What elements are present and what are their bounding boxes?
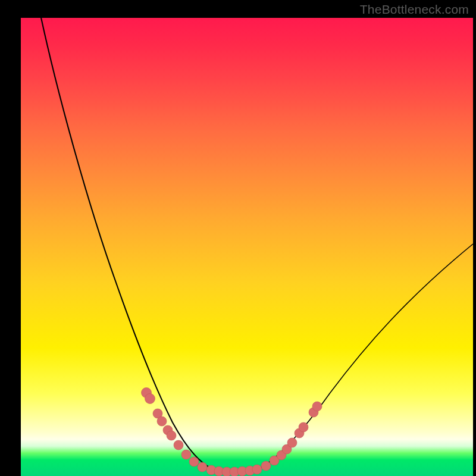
data-point xyxy=(167,431,176,440)
data-point xyxy=(198,462,207,472)
curve-left-branch xyxy=(40,15,212,469)
data-point xyxy=(287,438,297,447)
data-point xyxy=(189,457,199,466)
data-point xyxy=(145,394,155,404)
data-point xyxy=(312,402,322,411)
watermark-text: TheBottleneck.com xyxy=(360,2,469,17)
data-point xyxy=(252,465,262,474)
data-point xyxy=(181,450,191,459)
data-point xyxy=(174,440,183,450)
data-point xyxy=(299,422,308,432)
data-point xyxy=(261,461,271,471)
data-point xyxy=(157,416,167,426)
curve-right-branch xyxy=(256,244,473,470)
chart-overlay xyxy=(21,18,473,476)
